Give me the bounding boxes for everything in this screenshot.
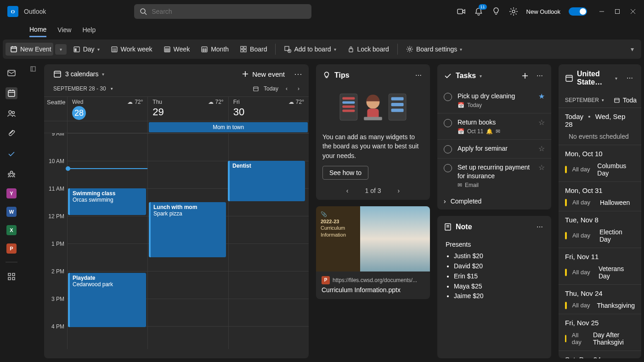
file-card[interactable]: 📎 2022-23 Curriculum Information Phttps:… bbox=[316, 206, 430, 299]
hour-cell[interactable] bbox=[228, 216, 309, 243]
hour-cell[interactable] bbox=[228, 326, 309, 349]
holiday-event[interactable]: All dayElection Day bbox=[559, 226, 641, 248]
nav-mail[interactable] bbox=[6, 67, 17, 79]
hour-cell[interactable] bbox=[67, 326, 147, 349]
calendar-event[interactable]: Lunch with momSpark pizza bbox=[149, 202, 226, 257]
work-week-view-button[interactable]: Work week bbox=[106, 43, 157, 56]
add-to-board-button[interactable]: Add to board▾ bbox=[279, 43, 340, 56]
hour-cell[interactable] bbox=[67, 133, 147, 161]
nav-people[interactable] bbox=[6, 107, 17, 119]
hour-cell[interactable] bbox=[67, 161, 147, 188]
task-star-button[interactable]: ☆ bbox=[538, 144, 545, 153]
calendar-month-range[interactable]: SEPTEMBER 28 - 30 bbox=[53, 85, 106, 92]
task-item[interactable]: Set up recurring payment for insurance ✉… bbox=[437, 158, 551, 192]
holiday-event[interactable]: All dayColumbus Day bbox=[559, 159, 641, 181]
tab-help[interactable]: Help bbox=[82, 26, 96, 36]
new-event-button[interactable]: New Event bbox=[6, 43, 53, 56]
task-item[interactable]: Apply for seminar ☆ bbox=[437, 140, 551, 158]
week-view-button[interactable]: Week bbox=[159, 43, 195, 56]
task-complete-toggle[interactable] bbox=[444, 119, 452, 127]
task-star-button[interactable]: ☆ bbox=[538, 118, 545, 127]
settings-icon[interactable] bbox=[509, 7, 518, 16]
board-settings-button[interactable]: Board settings▾ bbox=[401, 43, 467, 56]
window-maximize-icon[interactable] bbox=[614, 8, 621, 15]
task-complete-toggle[interactable] bbox=[444, 164, 452, 172]
meet-now-icon[interactable] bbox=[457, 7, 466, 16]
hour-cell[interactable] bbox=[147, 271, 228, 299]
hour-cell[interactable] bbox=[228, 133, 309, 161]
nav-files[interactable] bbox=[6, 128, 17, 140]
calendar-day-header[interactable]: Wed☁72° 28 bbox=[67, 97, 147, 121]
task-complete-toggle[interactable] bbox=[444, 145, 452, 153]
calendar-next-button[interactable]: › bbox=[295, 85, 302, 93]
note-body[interactable]: Presents Justin $20 David $20 Erin $15 M… bbox=[437, 238, 551, 309]
task-item[interactable]: Pick up dry cleaning 📅Today ★ bbox=[437, 87, 551, 113]
calendar-event-allday[interactable]: Mom in town bbox=[149, 122, 308, 132]
see-how-button[interactable]: See how to bbox=[322, 166, 368, 180]
add-task-button[interactable] bbox=[519, 70, 531, 82]
hour-cell[interactable] bbox=[147, 326, 228, 349]
hour-cell[interactable] bbox=[228, 271, 309, 299]
tasks-more-icon[interactable]: ⋯ bbox=[535, 70, 545, 81]
calendar-event[interactable]: Swimming classOrcas swimming bbox=[68, 188, 146, 215]
allday-cell[interactable]: Mom in town bbox=[147, 121, 309, 133]
nav-powerpoint[interactable]: P bbox=[6, 243, 17, 254]
chevron-down-icon[interactable]: ▾ bbox=[111, 86, 113, 91]
chevron-down-icon[interactable]: ▾ bbox=[102, 72, 104, 77]
chevron-down-icon[interactable]: ▾ bbox=[480, 74, 482, 79]
new-event-dropdown[interactable]: ▾ bbox=[55, 44, 67, 55]
hour-cell[interactable] bbox=[147, 299, 228, 326]
day-view-button[interactable]: Day▾ bbox=[68, 43, 104, 56]
calendar-day-header[interactable]: Fri☁72° 30 bbox=[228, 97, 309, 121]
calendar-more-icon[interactable]: ⋯ bbox=[294, 69, 302, 79]
holiday-event[interactable]: All dayDay After Thanksgivi bbox=[559, 328, 641, 351]
calendar-day-header[interactable]: Thu☁72° 29 bbox=[147, 97, 228, 121]
hour-cell[interactable] bbox=[67, 243, 147, 271]
note-more-icon[interactable]: ⋯ bbox=[535, 221, 545, 232]
nav-yammer[interactable]: Y bbox=[6, 188, 17, 198]
calendar-count-label[interactable]: 3 calendars bbox=[65, 70, 98, 78]
window-minimize-icon[interactable] bbox=[598, 8, 605, 15]
tips-prev-button[interactable]: ‹ bbox=[346, 187, 349, 194]
hour-cell[interactable] bbox=[67, 216, 147, 243]
nav-more-apps[interactable] bbox=[6, 271, 17, 283]
holidays-month-picker[interactable]: SEPTEMBER▾ bbox=[565, 97, 604, 103]
holidays-more-icon[interactable]: ⋯ bbox=[625, 73, 635, 84]
window-close-icon[interactable] bbox=[629, 8, 637, 15]
calendar-event[interactable]: PlaydateCedarwood park bbox=[68, 273, 146, 327]
task-star-button[interactable]: ☆ bbox=[538, 163, 545, 172]
lightbulb-icon[interactable] bbox=[491, 7, 501, 16]
hour-cell[interactable] bbox=[228, 243, 309, 271]
hour-cell[interactable] bbox=[228, 299, 309, 326]
nav-todo[interactable] bbox=[6, 148, 17, 160]
lock-board-button[interactable]: Lock board bbox=[343, 43, 394, 56]
search-input[interactable] bbox=[152, 8, 306, 15]
collapse-handle-icon[interactable] bbox=[30, 64, 37, 358]
hour-cell[interactable] bbox=[147, 161, 228, 188]
month-view-button[interactable]: Month bbox=[196, 43, 233, 56]
hour-cell[interactable] bbox=[147, 133, 228, 161]
search-box[interactable] bbox=[134, 4, 311, 19]
ribbon-expand-icon[interactable]: ▾ bbox=[631, 45, 634, 53]
task-item[interactable]: Return books 📅Oct 11🔔✉ ☆ bbox=[437, 113, 551, 140]
calendar-event[interactable]: Dentist bbox=[228, 161, 305, 201]
holiday-event[interactable]: All dayHalloween bbox=[559, 196, 641, 211]
allday-cell[interactable] bbox=[67, 121, 147, 133]
tab-view[interactable]: View bbox=[57, 26, 71, 36]
task-complete-toggle[interactable] bbox=[444, 93, 452, 101]
holidays-title[interactable]: United State… bbox=[577, 70, 611, 86]
tips-more-icon[interactable]: ⋯ bbox=[413, 70, 424, 81]
tab-home[interactable]: Home bbox=[29, 26, 46, 37]
holiday-event[interactable]: All dayThanksgiving bbox=[559, 299, 641, 314]
calendar-today-button[interactable]: Today bbox=[264, 85, 278, 92]
nav-calendar[interactable] bbox=[6, 87, 17, 99]
board-view-button[interactable]: Board bbox=[235, 43, 271, 56]
holiday-event[interactable]: All dayVeterans Day bbox=[559, 262, 641, 284]
calendar-prev-button[interactable]: ‹ bbox=[283, 85, 290, 93]
calendar-new-event-button[interactable]: New event bbox=[241, 70, 285, 78]
nav-excel[interactable]: X bbox=[6, 225, 17, 235]
task-star-button[interactable]: ★ bbox=[538, 92, 545, 101]
tips-next-button[interactable]: › bbox=[398, 187, 400, 194]
chevron-down-icon[interactable]: ▾ bbox=[615, 76, 617, 81]
nav-groups[interactable] bbox=[6, 168, 17, 180]
